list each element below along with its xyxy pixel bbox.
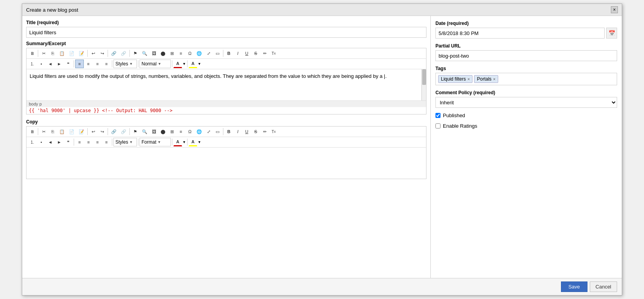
- copy-btn[interactable]: ⎘: [48, 49, 57, 58]
- copy-image-btn[interactable]: 🖼: [150, 127, 158, 136]
- underline-btn[interactable]: U: [242, 49, 251, 58]
- close-button[interactable]: ×: [611, 6, 618, 13]
- normal-dropdown[interactable]: Normal ▼: [140, 60, 171, 68]
- copy-copy-btn[interactable]: ⎘: [48, 127, 57, 136]
- published-checkbox[interactable]: [435, 113, 441, 118]
- copy-align-right-btn[interactable]: ≡: [93, 138, 102, 146]
- cancel-button[interactable]: Cancel: [590, 281, 617, 292]
- copy-lines-btn[interactable]: ≡: [177, 127, 185, 136]
- copy-paste-btn[interactable]: 📋: [57, 127, 67, 136]
- styles-dropdown[interactable]: Styles ▼: [113, 60, 137, 68]
- copy-link-btn[interactable]: 🔗: [109, 127, 119, 136]
- copy-globe-btn[interactable]: 🌐: [195, 127, 204, 136]
- copy-circle-btn[interactable]: ⬤: [159, 127, 167, 136]
- copy-clear-format-btn[interactable]: Tx: [269, 127, 278, 136]
- tag-portals: Portals ×: [474, 75, 498, 83]
- font-color-arrow[interactable]: ▼: [182, 62, 186, 66]
- link-btn[interactable]: 🔗: [109, 49, 119, 58]
- copy-expand-btn[interactable]: ⤢: [204, 127, 213, 136]
- copy-flag-btn[interactable]: ⚑: [131, 127, 140, 136]
- copy-align-center-btn[interactable]: ≡: [84, 138, 93, 146]
- circle-btn[interactable]: ⬤: [159, 49, 167, 58]
- copy-redo-btn[interactable]: ↪: [98, 127, 106, 136]
- copy-indent-btn[interactable]: ►: [55, 138, 64, 146]
- indent-btn[interactable]: ►: [55, 60, 64, 68]
- enable-ratings-checkbox[interactable]: [435, 123, 441, 128]
- comment-policy-select[interactable]: Inherit Allow Moderated None: [435, 97, 617, 108]
- copy-paste-word-btn[interactable]: 📝: [77, 127, 86, 136]
- copy-search-btn[interactable]: 🔍: [140, 127, 149, 136]
- bold-btn[interactable]: B: [225, 49, 233, 58]
- align-center-btn[interactable]: ≡: [84, 60, 93, 68]
- clear-format-btn[interactable]: Tx: [269, 49, 278, 58]
- bg-color-arrow[interactable]: ▼: [198, 62, 201, 66]
- copy-content[interactable]: [27, 148, 426, 179]
- tag-liquid-filters: Liquid filters ×: [438, 75, 472, 83]
- expand-btn[interactable]: ⤢: [204, 49, 213, 58]
- copy-table-btn[interactable]: ⊞: [168, 127, 176, 136]
- copy-bg-color-arrow[interactable]: ▼: [198, 140, 201, 144]
- ul-btn[interactable]: •: [37, 60, 46, 68]
- image-btn[interactable]: 🖼: [150, 49, 158, 58]
- copy-align-left-btn[interactable]: ≡: [75, 138, 84, 146]
- calendar-button[interactable]: 📅: [606, 28, 617, 39]
- undo-btn[interactable]: ↩: [89, 49, 97, 58]
- search-btn[interactable]: 🔍: [140, 49, 149, 58]
- copy-font-color-btn[interactable]: A: [173, 138, 182, 146]
- omega-btn[interactable]: Ω: [186, 49, 194, 58]
- copy-ol-btn[interactable]: 1.: [28, 138, 37, 146]
- new-doc-btn[interactable]: 🗎: [28, 49, 37, 58]
- redo-btn[interactable]: ↪: [98, 49, 106, 58]
- outdent-btn[interactable]: ◄: [46, 60, 55, 68]
- align-justify-btn[interactable]: ≡: [102, 60, 111, 68]
- copy-bold-btn[interactable]: B: [225, 127, 233, 136]
- lines-btn[interactable]: ≡: [177, 49, 185, 58]
- save-button[interactable]: Save: [561, 281, 587, 292]
- copy-strikethrough-btn[interactable]: S: [251, 127, 260, 136]
- title-input[interactable]: [26, 27, 426, 38]
- sep5: [223, 50, 223, 57]
- copy-ul-btn[interactable]: •: [37, 138, 46, 146]
- copy-styles-dropdown[interactable]: Styles ▼: [113, 138, 137, 146]
- copy-bg-color-btn[interactable]: A: [189, 138, 197, 146]
- copy-new-doc-btn[interactable]: 🗎: [28, 127, 37, 136]
- summary-scrollbar[interactable]: [421, 69, 426, 100]
- copy-quote-btn[interactable]: ❝: [64, 138, 73, 146]
- paste-text-btn[interactable]: 📄: [67, 49, 76, 58]
- italic-btn[interactable]: I: [234, 49, 242, 58]
- copy-cut-btn[interactable]: ✂: [39, 127, 48, 136]
- ol-btn[interactable]: 1.: [28, 60, 37, 68]
- align-right-btn[interactable]: ≡: [93, 60, 102, 68]
- cut-btn[interactable]: ✂: [39, 49, 48, 58]
- copy-div-btn[interactable]: ▭: [213, 127, 222, 136]
- align-left-btn[interactable]: ≡: [75, 60, 84, 68]
- bg-color-btn[interactable]: A: [189, 60, 197, 68]
- copy-underline-btn[interactable]: U: [242, 127, 251, 136]
- tag-close-portals[interactable]: ×: [493, 77, 495, 81]
- copy-undo-btn[interactable]: ↩: [89, 127, 97, 136]
- summary-content[interactable]: Liquid filters are used to modify the ou…: [27, 69, 421, 100]
- copy-omega-btn[interactable]: Ω: [186, 127, 194, 136]
- copy-paste-text-btn[interactable]: 📄: [67, 127, 76, 136]
- copy-pencil-btn[interactable]: ✏: [260, 127, 269, 136]
- copy-font-color-arrow[interactable]: ▼: [182, 140, 186, 144]
- div-btn[interactable]: ▭: [213, 49, 222, 58]
- copy-outdent-btn[interactable]: ◄: [46, 138, 55, 146]
- copy-align-justify-btn[interactable]: ≡: [102, 138, 111, 146]
- flag-btn[interactable]: ⚑: [131, 49, 140, 58]
- copy-italic-btn[interactable]: I: [234, 127, 242, 136]
- format-dropdown[interactable]: Format ▼: [140, 138, 171, 146]
- globe-btn[interactable]: 🌐: [195, 49, 204, 58]
- copy-unlink-btn[interactable]: 🔗: [119, 127, 128, 136]
- table-btn[interactable]: ⊞: [168, 49, 176, 58]
- paste-btn[interactable]: 📋: [57, 49, 67, 58]
- strikethrough-btn[interactable]: S: [251, 49, 260, 58]
- pencil-btn[interactable]: ✏: [260, 49, 269, 58]
- font-color-btn[interactable]: A: [173, 60, 182, 68]
- date-input[interactable]: [435, 28, 605, 39]
- paste-word-btn[interactable]: 📝: [77, 49, 86, 58]
- quote-btn[interactable]: ❝: [64, 60, 73, 68]
- tag-close-liquid[interactable]: ×: [467, 77, 470, 81]
- partial-url-input[interactable]: [435, 50, 617, 61]
- unlink-btn[interactable]: 🔗: [119, 49, 128, 58]
